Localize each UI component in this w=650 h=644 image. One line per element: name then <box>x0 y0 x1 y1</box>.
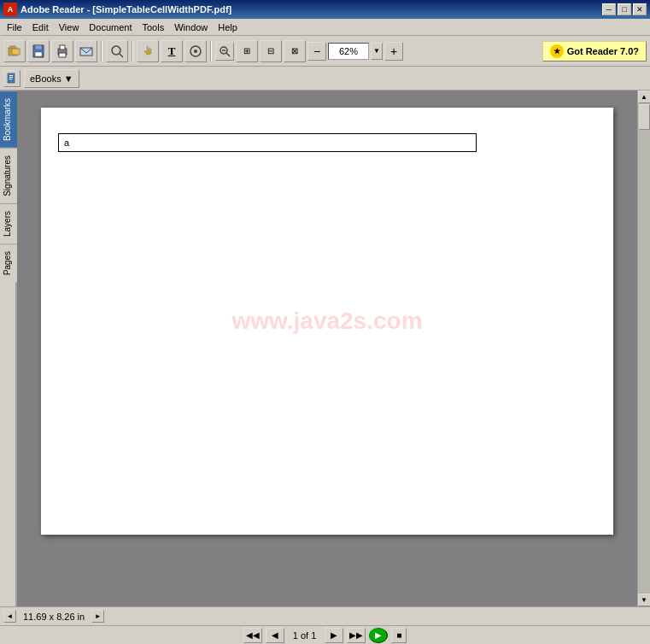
signatures-tab[interactable]: Signatures <box>0 148 17 203</box>
got-reader-icon: ★ <box>550 44 564 58</box>
maximize-btn[interactable]: □ <box>618 3 631 15</box>
fit-width-btn[interactable]: ⊟ <box>260 40 282 62</box>
title-controls[interactable]: ─ □ ✕ <box>602 3 647 15</box>
right-scrollbar: ▲ ▼ <box>637 91 650 606</box>
svg-rect-8 <box>59 53 66 57</box>
svg-line-15 <box>226 53 230 56</box>
search-btn[interactable] <box>106 40 128 62</box>
first-page-btn[interactable]: ◀◀ <box>243 628 262 643</box>
page-size-text: 11.69 x 8.26 in <box>20 612 88 622</box>
save-btn[interactable] <box>27 40 50 62</box>
pdf-table: a <box>58 133 477 152</box>
pages-tab[interactable]: Pages <box>0 243 17 282</box>
zoom-plus-btn[interactable]: + <box>384 42 403 61</box>
separator-1 <box>101 41 102 61</box>
menu-edit[interactable]: Edit <box>27 20 54 34</box>
menu-tools[interactable]: Tools <box>138 20 170 34</box>
bookmarks-tab[interactable]: Bookmarks <box>0 91 17 148</box>
svg-rect-7 <box>60 45 65 50</box>
go-btn[interactable]: ▶ <box>369 628 388 643</box>
scroll-track <box>638 103 651 594</box>
ebooks-dropdown-icon: ▼ <box>64 73 73 84</box>
app-icon: A <box>3 3 17 16</box>
svg-rect-20 <box>9 79 12 79</box>
zoom-out-btn[interactable] <box>215 42 234 61</box>
hand-tool-btn[interactable] <box>137 40 159 62</box>
svg-rect-18 <box>9 75 13 76</box>
svg-rect-5 <box>35 52 42 56</box>
svg-rect-19 <box>9 77 13 78</box>
toolbar2: eBooks ▼ <box>0 67 650 91</box>
left-side-tabs: Bookmarks Signatures Layers Pages <box>0 91 17 606</box>
scroll-up-btn[interactable]: ▲ <box>638 91 651 103</box>
status-scroll-left-btn[interactable]: ◄ <box>3 610 16 623</box>
layers-tab[interactable]: Layers <box>0 203 17 243</box>
scroll-thumb[interactable] <box>639 104 650 130</box>
got-reader-label: Got Reader 7.0? <box>567 46 639 56</box>
email-btn[interactable] <box>75 40 97 62</box>
title-bar-left: A Adobe Reader - [SimpleTableCellWidthPD… <box>3 3 231 16</box>
menu-bar: File Edit View Document Tools Window Hel… <box>0 19 650 36</box>
svg-rect-2 <box>12 49 20 55</box>
watermark: www.java2s.com <box>231 307 422 335</box>
page-info: 1 of 1 <box>288 630 322 641</box>
zoom-input[interactable] <box>328 43 369 60</box>
nav-bar: ◀◀ ◀ 1 of 1 ▶ ▶▶ ▶ ■ <box>0 625 650 644</box>
status-scroll-right-btn[interactable]: ► <box>91 610 104 623</box>
toolbar: T ⊞ ⊟ ⊠ − ▼ + ★ Got Reader 7.0? <box>0 36 650 67</box>
last-page-btn[interactable]: ▶▶ <box>347 628 366 643</box>
pdf-view-area: a www.java2s.com <box>17 91 637 606</box>
fit-page-btn[interactable]: ⊞ <box>236 40 258 62</box>
separator-2 <box>132 41 133 61</box>
ebooks-label: eBooks <box>30 73 61 84</box>
status-bar: ◄ 11.69 x 8.26 in ► <box>0 606 650 625</box>
main-area: Bookmarks Signatures Layers Pages a www.… <box>0 91 650 606</box>
next-page-btn[interactable]: ▶ <box>325 628 343 643</box>
zoom-dropdown[interactable]: ▼ <box>371 43 383 60</box>
svg-rect-17 <box>8 73 15 83</box>
separator-3 <box>210 41 212 61</box>
minimize-btn[interactable]: ─ <box>602 3 616 15</box>
open-btn[interactable] <box>3 40 26 62</box>
toolbar2-icon-btn[interactable] <box>3 70 20 87</box>
table-row: a <box>59 134 477 152</box>
snapshot-btn[interactable] <box>184 40 207 62</box>
title-bar: A Adobe Reader - [SimpleTableCellWidthPD… <box>0 0 650 19</box>
svg-point-10 <box>112 46 120 55</box>
print-btn[interactable] <box>51 40 73 62</box>
menu-window[interactable]: Window <box>169 20 213 34</box>
window-title: Adobe Reader - [SimpleTableCellWidthPDF.… <box>20 4 231 15</box>
got-reader-btn[interactable]: ★ Got Reader 7.0? <box>542 41 647 61</box>
svg-rect-4 <box>35 45 42 50</box>
ebooks-btn[interactable]: eBooks ▼ <box>24 69 79 88</box>
zoom-area: ⊞ ⊟ ⊠ − ▼ + <box>215 40 403 62</box>
close-btn[interactable]: ✕ <box>633 3 647 15</box>
prev-page-btn[interactable]: ◀ <box>266 628 284 643</box>
scroll-down-btn[interactable]: ▼ <box>638 594 651 606</box>
menu-help[interactable]: Help <box>213 20 243 34</box>
menu-file[interactable]: File <box>2 20 27 34</box>
full-screen-btn[interactable]: ⊠ <box>284 40 306 62</box>
menu-document[interactable]: Document <box>84 20 137 34</box>
svg-line-11 <box>120 54 123 57</box>
menu-view[interactable]: View <box>54 20 85 34</box>
table-cell-a: a <box>59 134 477 152</box>
pdf-page: a www.java2s.com <box>41 108 613 535</box>
zoom-minus-btn[interactable]: − <box>307 42 326 61</box>
svg-point-13 <box>194 50 197 53</box>
stop-btn[interactable]: ■ <box>391 628 407 643</box>
select-text-btn[interactable]: T <box>161 40 183 62</box>
